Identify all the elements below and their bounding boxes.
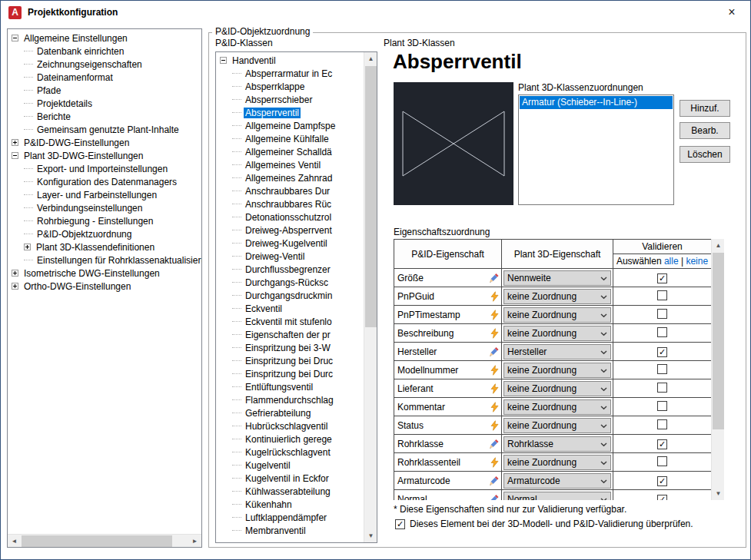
tree-item[interactable]: Plant 3D-DWG-Einstellungen: [8, 149, 201, 162]
collapse-minus-icon[interactable]: [12, 35, 18, 41]
validate-checkbox[interactable]: [657, 364, 667, 374]
tree-item[interactable]: Plant 3D-Klassendefinitionen: [8, 240, 201, 253]
tree-item[interactable]: Allgemeines Zahnrad: [216, 171, 364, 184]
tree-item[interactable]: Gemeinsam genutzte Plant-Inhalte: [8, 123, 201, 136]
tree-item[interactable]: Luftklappendämpfer: [216, 511, 364, 524]
tree-item[interactable]: P&ID-Objektzuordnung: [8, 227, 201, 240]
tree-item[interactable]: Rohrbiegung - Einstellungen: [8, 214, 201, 227]
plant-property-dropdown[interactable]: keine Zuordnung: [503, 363, 611, 378]
validate-checkbox[interactable]: [657, 456, 667, 466]
tree-item[interactable]: Einspritzung bei Durc: [216, 367, 364, 380]
tree-item[interactable]: Anschraubbares Dur: [216, 184, 364, 197]
tree-item[interactable]: Absperrklappe: [216, 80, 364, 93]
validate-checkbox[interactable]: [657, 309, 667, 319]
tree-item[interactable]: Pfade: [8, 84, 201, 97]
tree-item[interactable]: Membranventil: [216, 524, 364, 537]
pid-tree-scrollbar[interactable]: ▲ ▼: [364, 52, 377, 542]
tree-item[interactable]: Anschraubbares Rüc: [216, 197, 364, 210]
tree-item[interactable]: Kugelventil in Eckfor: [216, 472, 364, 485]
tree-item[interactable]: Durchgangs-Rücksc: [216, 276, 364, 289]
tree-item[interactable]: Kugelrückschlagvent: [216, 446, 364, 459]
tree-item-selected[interactable]: Absperrventil: [216, 106, 364, 119]
tree-item[interactable]: Konfiguration des Datenmanagers: [8, 175, 201, 188]
tree-item[interactable]: Absperrschieber: [216, 93, 364, 106]
tree-item[interactable]: Isometrische DWG-Einstellungen: [8, 267, 201, 280]
edit-button[interactable]: Bearb.: [680, 122, 730, 139]
scroll-right-arrow-icon[interactable]: ►: [188, 535, 201, 548]
tree-item[interactable]: Eckventil: [216, 302, 364, 315]
tree-item[interactable]: Einspritzung bei Druc: [216, 354, 364, 367]
scrollbar-thumb[interactable]: [22, 535, 172, 547]
tree-item[interactable]: Berichte: [8, 110, 201, 123]
scrollbar-thumb[interactable]: [365, 66, 377, 327]
tree-item[interactable]: Verbindungseinstellungen: [8, 201, 201, 214]
tree-item[interactable]: P&ID-DWG-Einstellungen: [8, 136, 201, 149]
expand-plus-icon[interactable]: [12, 283, 18, 290]
tree-item[interactable]: Dreiweg-Absperrvent: [216, 224, 364, 237]
scroll-down-arrow-icon[interactable]: ▼: [364, 529, 377, 542]
tree-item[interactable]: Datenbank einrichten: [8, 45, 201, 58]
collapse-minus-icon[interactable]: [12, 152, 18, 159]
tree-item[interactable]: Durchflussbegrenzer: [216, 263, 364, 276]
plant-property-dropdown[interactable]: keine Zuordnung: [503, 307, 611, 323]
tree-item[interactable]: Dateinamenformat: [8, 71, 201, 84]
tree-item[interactable]: Einspritzung bei 3-W: [216, 341, 364, 354]
validate-checkbox[interactable]: [657, 383, 667, 393]
scrollbar-thumb[interactable]: [713, 253, 724, 429]
tree-item[interactable]: Dreiweg-Ventil: [216, 250, 364, 263]
tree-item[interactable]: Kükenhahn: [216, 498, 364, 511]
class-assignments-list[interactable]: Armatur (Schieber--In-Line-): [518, 94, 674, 205]
tree-item[interactable]: Eigenschaften der pr: [216, 328, 364, 341]
tree-item[interactable]: Export- und Importeinstellungen: [8, 162, 201, 175]
close-icon[interactable]: ×: [721, 2, 743, 23]
plant-property-dropdown[interactable]: keine Zuordnung: [503, 455, 611, 470]
validate-checkbox[interactable]: [657, 401, 667, 411]
delete-button[interactable]: Löschen: [680, 146, 730, 163]
tree-item[interactable]: Allgemeine Dampfspe: [216, 119, 364, 132]
tree-item[interactable]: Einstellungen für Rohrklassenaktualisier…: [8, 253, 201, 267]
plant-property-dropdown[interactable]: keine Zuordnung: [503, 418, 611, 433]
tree-item[interactable]: Gefrierabteilung: [216, 406, 364, 419]
validate-checkbox[interactable]: [657, 419, 667, 429]
validate-checkbox[interactable]: [657, 290, 667, 300]
tree-item[interactable]: Kontinuierlich gerege: [216, 432, 364, 446]
scroll-left-arrow-icon[interactable]: ◄: [8, 535, 21, 548]
tree-item[interactable]: Handventil: [216, 54, 364, 67]
tree-item[interactable]: Allgemeiner Schalldä: [216, 145, 364, 158]
tree-item[interactable]: Eckventil mit stufenlo: [216, 315, 364, 328]
tree-item[interactable]: Durchgangsdruckmin: [216, 289, 364, 302]
validate-checkbox[interactable]: ✓: [657, 495, 667, 501]
plant-property-dropdown[interactable]: keine Zuordnung: [503, 289, 611, 304]
select-all-link[interactable]: alle: [664, 256, 679, 267]
tree-item[interactable]: Allgemeine Einstellungen: [8, 31, 201, 45]
tree-item[interactable]: Entlüftungsventil: [216, 380, 364, 393]
scroll-up-arrow-icon[interactable]: ▲: [364, 52, 377, 65]
tree-item[interactable]: Detonationsschutzrol: [216, 210, 364, 224]
tree-item[interactable]: Ortho-DWG-Einstellungen: [8, 280, 201, 293]
plant-property-dropdown[interactable]: keine Zuordnung: [503, 381, 611, 396]
tree-item[interactable]: Projektdetails: [8, 97, 201, 110]
scroll-up-arrow-icon[interactable]: ▲: [712, 239, 724, 252]
expand-plus-icon[interactable]: [12, 139, 18, 146]
collapse-minus-icon[interactable]: [220, 57, 227, 64]
tree-item[interactable]: Flammendurchschlag: [216, 393, 364, 406]
tree-item[interactable]: Hubrückschlagventil: [216, 419, 364, 432]
validate-checkbox[interactable]: ✓: [657, 439, 667, 449]
tree-item[interactable]: Allgemeines Ventil: [216, 158, 364, 171]
add-button[interactable]: Hinzuf.: [680, 100, 730, 117]
tree-item[interactable]: Kühlwasserabteilung: [216, 485, 364, 498]
validate-checkbox[interactable]: ✓: [657, 347, 667, 357]
validate-checkbox[interactable]: [657, 327, 667, 337]
select-none-link[interactable]: keine: [686, 256, 708, 267]
expand-plus-icon[interactable]: [12, 270, 18, 277]
plant-property-dropdown[interactable]: keine Zuordnung: [503, 399, 611, 415]
scroll-down-arrow-icon[interactable]: ▼: [712, 487, 724, 500]
tree-item[interactable]: Dreiweg-Kugelventil: [216, 237, 364, 250]
validate-checkbox[interactable]: ✓: [657, 273, 667, 283]
plant-property-dropdown[interactable]: Rohrklasse: [503, 436, 611, 452]
validate-checkbox[interactable]: ✓: [657, 476, 667, 486]
plant-property-dropdown[interactable]: keine Zuordnung: [503, 326, 611, 341]
validate-element-checkbox[interactable]: ✓: [395, 519, 405, 529]
tree-item[interactable]: Zeichnungseigenschaften: [8, 58, 201, 71]
plant-property-dropdown[interactable]: Normal: [503, 492, 611, 501]
